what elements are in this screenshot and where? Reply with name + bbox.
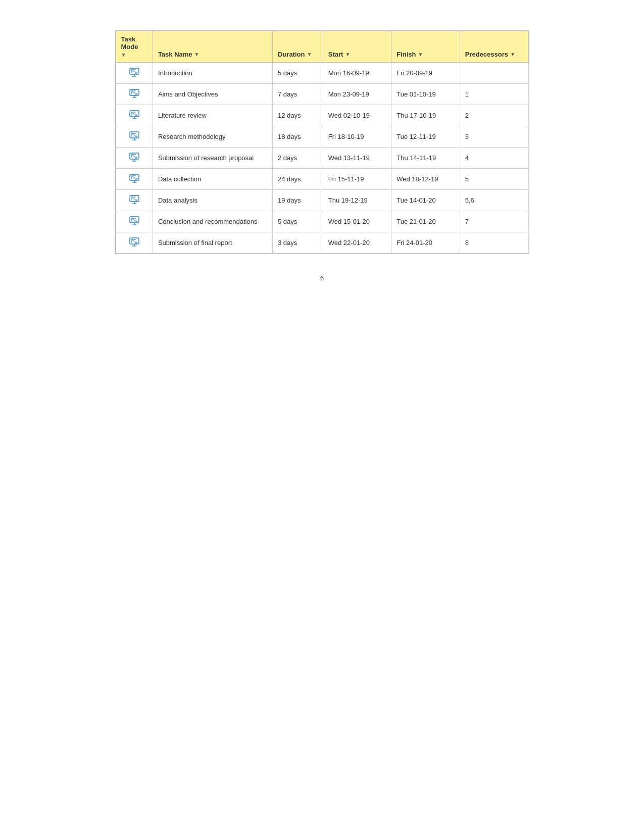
svg-line-31 [131, 218, 137, 222]
task-mode-icon [129, 152, 140, 163]
col-header-finish[interactable]: Finish ▼ [391, 31, 460, 63]
col-header-duration[interactable]: Duration ▼ [273, 31, 323, 63]
task-mode-icon [129, 109, 140, 120]
svg-line-3 [131, 70, 137, 73]
start-cell: Mon 23-09-19 [323, 84, 391, 105]
duration-cell: 24 days [273, 169, 323, 190]
task-mode-icon [129, 194, 140, 205]
predecessors-cell: 2 [460, 105, 528, 126]
predecessors-cell: 7 [460, 211, 528, 232]
col-header-start[interactable]: Start ▼ [323, 31, 391, 63]
predecessors-cell: 4 [460, 148, 528, 169]
task-name-cell: Data collection [153, 169, 272, 190]
finish-cell: Tue 01-10-19 [391, 84, 460, 105]
task-name-dropdown-icon[interactable]: ▼ [194, 52, 200, 57]
task-mode-cell [116, 105, 153, 126]
table-header-row: Task Mode ▼ Task Name ▼ Duration [116, 31, 528, 63]
table-row: Conclusion and recommendations5 daysWed … [116, 211, 528, 232]
predecessors-cell [460, 63, 528, 84]
task-name-cell: Introduction [153, 63, 272, 84]
start-cell: Wed 13-11-19 [323, 148, 391, 169]
table-row: Aims and Objectives7 daysMon 23-09-19Tue… [116, 84, 528, 105]
duration-cell: 7 days [273, 84, 323, 105]
gantt-table-wrapper: Task Mode ▼ Task Name ▼ Duration [115, 30, 529, 254]
start-cell: Thu 19-12-19 [323, 190, 391, 211]
svg-line-27 [131, 197, 137, 201]
table-body: Introduction5 daysMon 16-09-19Fri 20-09-… [116, 63, 528, 254]
col-header-task-name[interactable]: Task Name ▼ [153, 31, 272, 63]
col-header-predecessors[interactable]: Predecessors ▼ [460, 31, 528, 63]
task-mode-icon [129, 215, 140, 226]
table-row: Literature review12 daysWed 02-10-19Thu … [116, 105, 528, 126]
duration-cell: 12 days [273, 105, 323, 126]
start-label: Start [328, 51, 343, 58]
svg-line-23 [131, 176, 137, 179]
task-mode-cell [116, 190, 153, 211]
start-cell: Wed 22-01-20 [323, 232, 391, 254]
duration-cell: 3 days [273, 232, 323, 254]
predecessors-cell: 8 [460, 232, 528, 254]
task-name-cell: Research methodology [153, 126, 272, 148]
task-name-cell: Literature review [153, 105, 272, 126]
finish-cell: Fri 24-01-20 [391, 232, 460, 254]
duration-cell: 19 days [273, 190, 323, 211]
svg-line-11 [131, 112, 137, 116]
task-name-cell: Data analysis [153, 190, 272, 211]
task-mode-icon [129, 236, 140, 248]
start-cell: Fri 15-11-19 [323, 169, 391, 190]
finish-cell: Tue 12-11-19 [391, 126, 460, 148]
task-mode-cell [116, 63, 153, 84]
predecessors-cell: 5,6 [460, 190, 528, 211]
task-mode-cell [116, 84, 153, 105]
duration-cell: 5 days [273, 63, 323, 84]
predecessors-dropdown-icon[interactable]: ▼ [510, 52, 515, 57]
task-mode-icon [129, 130, 140, 141]
duration-cell: 2 days [273, 148, 323, 169]
task-mode-icon [129, 67, 140, 78]
task-name-cell: Conclusion and recommendations [153, 211, 272, 232]
start-cell: Wed 02-10-19 [323, 105, 391, 126]
page-container: Task Mode ▼ Task Name ▼ Duration [0, 0, 644, 312]
start-dropdown-icon[interactable]: ▼ [345, 52, 350, 57]
task-mode-icon [129, 173, 140, 184]
col-header-task-mode[interactable]: Task Mode ▼ [116, 31, 153, 63]
task-mode-cell [116, 211, 153, 232]
task-mode-dropdown-icon[interactable]: ▼ [121, 52, 126, 58]
table-row: Submission of final report3 daysWed 22-0… [116, 232, 528, 254]
finish-cell: Thu 17-10-19 [391, 105, 460, 126]
duration-cell: 5 days [273, 211, 323, 232]
predecessors-cell: 3 [460, 126, 528, 148]
table-row: Research methodology18 daysFri 18-10-19T… [116, 126, 528, 148]
finish-cell: Fri 20-09-19 [391, 63, 460, 84]
predecessors-cell: 5 [460, 169, 528, 190]
task-mode-icon [129, 88, 140, 99]
gantt-table: Task Mode ▼ Task Name ▼ Duration [116, 31, 529, 254]
finish-label: Finish [397, 51, 416, 58]
start-cell: Fri 18-10-19 [323, 126, 391, 148]
finish-cell: Thu 14-11-19 [391, 148, 460, 169]
task-mode-cell [116, 148, 153, 169]
table-row: Data analysis19 daysThu 19-12-19Tue 14-0… [116, 190, 528, 211]
start-cell: Mon 16-09-19 [323, 63, 391, 84]
task-mode-label-line1: Task [121, 35, 147, 43]
table-row: Data collection24 daysFri 15-11-19Wed 18… [116, 169, 528, 190]
task-name-label: Task Name [158, 51, 192, 58]
task-name-cell: Aims and Objectives [153, 84, 272, 105]
finish-cell: Wed 18-12-19 [391, 169, 460, 190]
start-cell: Wed 15-01-20 [323, 211, 391, 232]
duration-label: Duration [278, 51, 305, 58]
finish-dropdown-icon[interactable]: ▼ [418, 52, 423, 57]
svg-line-7 [131, 91, 137, 94]
finish-cell: Tue 14-01-20 [391, 190, 460, 211]
task-mode-cell [116, 232, 153, 254]
duration-dropdown-icon[interactable]: ▼ [307, 52, 312, 57]
task-name-cell: Submission of final report [153, 232, 272, 254]
predecessors-label: Predecessors [465, 51, 508, 58]
duration-cell: 18 days [273, 126, 323, 148]
predecessors-cell: 1 [460, 84, 528, 105]
task-name-cell: Submission of research proposal [153, 148, 272, 169]
task-mode-cell [116, 169, 153, 190]
page-number: 6 [320, 274, 324, 282]
svg-line-19 [131, 155, 137, 158]
finish-cell: Tue 21-01-20 [391, 211, 460, 232]
